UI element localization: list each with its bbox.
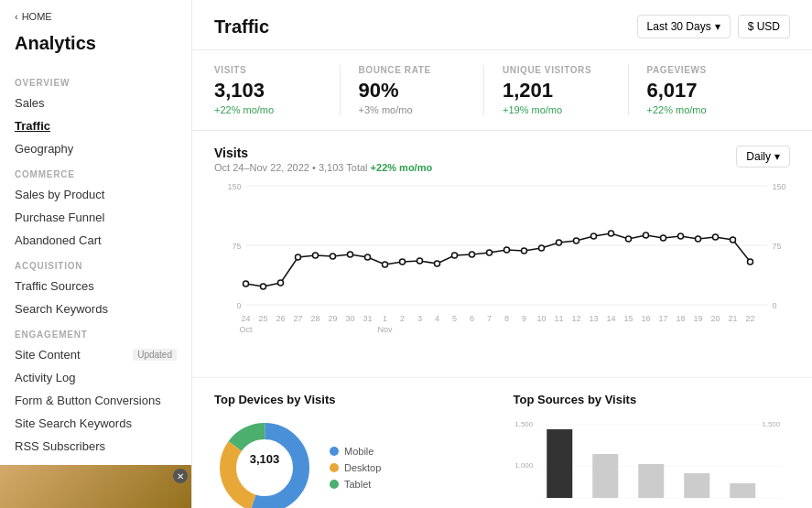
chart-dot: [470, 252, 475, 257]
sidebar-item-geography[interactable]: Geography: [0, 137, 191, 160]
stat-pageviews-value: 6,017: [647, 79, 754, 103]
chart-dot: [539, 245, 545, 251]
chart-dot: [435, 261, 440, 266]
chart-header: Visits Oct 24–Nov 22, 2022 • 3,103 Total…: [214, 146, 790, 173]
svg-text:12: 12: [571, 314, 580, 323]
page-header: Traffic Last 30 Days ▾ $ USD: [192, 0, 812, 50]
updated-badge: Updated: [133, 349, 177, 361]
chart-dot: [748, 259, 753, 265]
top-sources-title: Top Sources by Visits: [514, 393, 791, 406]
tablet-dot: [330, 480, 339, 489]
date-range-button[interactable]: Last 30 Days ▾: [637, 15, 731, 38]
date-range-label: Last 30 Days: [647, 20, 711, 33]
chevron-left-icon: ‹: [15, 11, 18, 22]
sidebar-item-label: Geography: [15, 142, 73, 156]
svg-text:25: 25: [258, 314, 267, 323]
sidebar-item-site-search-keywords[interactable]: Site Search Keywords: [0, 412, 191, 435]
sidebar-promo-image: ✕: [0, 465, 191, 508]
chart-dot: [591, 233, 597, 239]
main-content: Traffic Last 30 Days ▾ $ USD VISITS 3,10…: [192, 0, 812, 508]
sidebar-item-sales[interactable]: Sales: [0, 92, 191, 114]
top-sources-card: Top Sources by Visits 1,500 1,000 1,500: [514, 393, 791, 508]
bar-2: [592, 454, 618, 498]
svg-text:24: 24: [241, 314, 250, 323]
sidebar-item-search-keywords[interactable]: Search Keywords: [0, 297, 191, 320]
interval-button[interactable]: Daily ▾: [736, 146, 790, 168]
currency-button[interactable]: $ USD: [738, 15, 790, 38]
svg-text:20: 20: [710, 314, 720, 323]
svg-text:18: 18: [676, 314, 685, 323]
donut-svg: 3,103: [214, 417, 315, 508]
chart-dot: [330, 254, 336, 259]
chart-change: +22% mo/mo: [371, 162, 433, 173]
acquisition-section-label: ACQUISITION: [0, 252, 191, 275]
chart-dot: [383, 262, 388, 267]
sidebar-item-label: Sales: [15, 96, 45, 110]
chart-dot: [365, 254, 371, 260]
sidebar-item-label: Form & Button Conversions: [15, 394, 161, 407]
svg-text:1: 1: [383, 314, 387, 323]
close-promo-button[interactable]: ✕: [173, 469, 188, 483]
chart-dot: [504, 247, 510, 253]
top-devices-card: Top Devices by Visits 3,103: [214, 393, 492, 508]
mobile-label: Mobile: [344, 446, 374, 457]
chevron-down-icon: ▾: [774, 150, 780, 163]
sidebar-item-traffic-sources[interactable]: Traffic Sources: [0, 275, 191, 297]
top-devices-title: Top Devices by Visits: [214, 393, 492, 406]
svg-text:11: 11: [554, 314, 563, 323]
sidebar-item-rss-subscribers[interactable]: RSS Subscribers: [0, 435, 191, 458]
sidebar-item-abandoned-cart[interactable]: Abandoned Cart: [0, 229, 191, 252]
chart-dot: [713, 234, 719, 240]
chart-dot: [244, 281, 249, 286]
svg-text:1,500: 1,500: [514, 420, 534, 428]
svg-text:1,000: 1,000: [514, 461, 534, 470]
legend-tablet: Tablet: [330, 479, 381, 490]
chart-dot: [574, 238, 579, 243]
sidebar-item-sales-by-product[interactable]: Sales by Product: [0, 183, 191, 206]
stat-visits: VISITS 3,103 +22% mo/mo: [214, 65, 341, 115]
svg-text:0: 0: [236, 301, 241, 310]
desktop-dot: [330, 463, 339, 472]
svg-text:21: 21: [728, 314, 737, 323]
svg-text:9: 9: [522, 314, 526, 323]
svg-text:75: 75: [773, 242, 782, 251]
sidebar-item-activity-log[interactable]: Activity Log: [0, 366, 191, 389]
sidebar-item-form-button-conversions[interactable]: Form & Button Conversions: [0, 389, 191, 412]
svg-text:6: 6: [470, 314, 474, 323]
chart-dot: [678, 233, 684, 239]
svg-text:15: 15: [623, 314, 633, 323]
home-link[interactable]: ‹ HOME: [0, 0, 191, 29]
chart-dot: [400, 259, 406, 265]
stat-visits-value: 3,103: [214, 79, 321, 103]
chart-dot: [487, 250, 493, 255]
chart-dot: [626, 236, 632, 242]
svg-text:14: 14: [606, 314, 615, 323]
sidebar-item-purchase-funnel[interactable]: Purchase Funnel: [0, 206, 191, 229]
svg-text:31: 31: [363, 314, 372, 323]
sidebar-item-label: Abandoned Cart: [15, 233, 102, 247]
svg-text:Oct: Oct: [239, 325, 253, 334]
stat-unique-visitors: UNIQUE VISITORS 1,201 +19% mo/mo: [503, 65, 629, 115]
sidebar-item-label: Activity Log: [15, 371, 75, 384]
svg-text:150: 150: [227, 182, 241, 191]
bar-3: [638, 464, 664, 498]
svg-text:1,500: 1,500: [762, 420, 781, 428]
svg-text:Nov: Nov: [377, 325, 393, 334]
svg-text:8: 8: [504, 314, 509, 323]
svg-text:13: 13: [589, 314, 598, 323]
sidebar-item-label: RSS Subscribers: [15, 439, 105, 453]
svg-text:17: 17: [658, 314, 667, 323]
donut-value: 3,103: [250, 452, 280, 466]
chart-dot: [644, 232, 649, 238]
sidebar-item-label: Purchase Funnel: [15, 211, 104, 224]
svg-text:0: 0: [773, 301, 777, 310]
stat-pageviews-label: PAGEVIEWS: [647, 65, 754, 75]
bar-5: [730, 483, 755, 498]
chevron-down-icon: ▾: [715, 20, 720, 33]
sidebar: ‹ HOME Analytics OVERVIEW Sales Traffic …: [0, 0, 192, 508]
sidebar-item-traffic[interactable]: Traffic: [0, 114, 191, 137]
sidebar-item-label: Site Search Keywords: [15, 416, 132, 430]
analytics-title: Analytics: [0, 29, 191, 69]
sidebar-item-site-content[interactable]: Site Content Updated: [0, 343, 191, 366]
stat-pageviews-change: +22% mo/mo: [647, 104, 754, 115]
